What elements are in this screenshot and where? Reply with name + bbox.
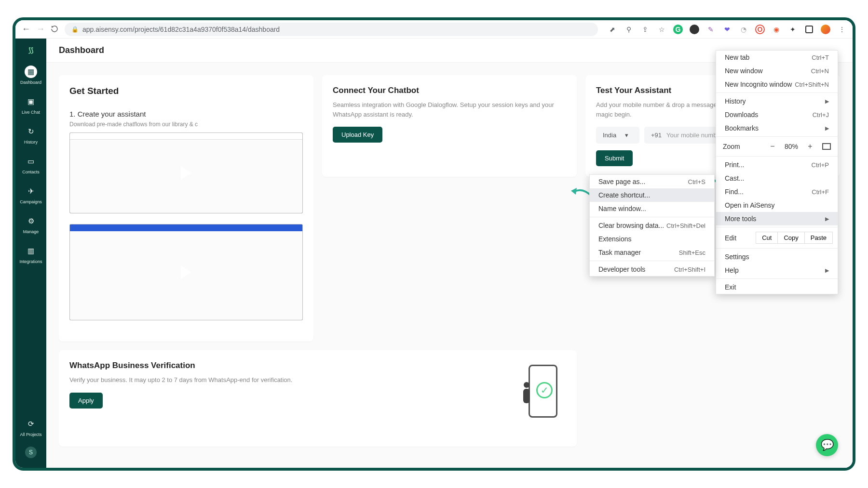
sidebar-item-livechat[interactable]: ▣ Live Chat	[17, 93, 44, 117]
sidebar-item-contacts[interactable]: ▭ Contacts	[17, 153, 44, 176]
edit-cut-button[interactable]: Cut	[756, 232, 778, 244]
mobile-placeholder: Your mobile number	[666, 132, 722, 139]
sidebar-item-manage[interactable]: ⚙ Manage	[17, 213, 44, 236]
sidebar-item-label: Manage	[23, 229, 39, 234]
chat-icon: ▣	[25, 95, 37, 108]
play-icon	[181, 166, 191, 180]
menu-help[interactable]: Help▶	[716, 264, 838, 277]
dashboard-icon: ▦	[25, 66, 37, 78]
chevron-down-icon: ▾	[625, 132, 628, 139]
url-text: app.aisensy.com/projects/61d82c31a4a9370…	[82, 26, 280, 33]
sidebar-item-label: Integrations	[19, 259, 42, 264]
card-desc: Seamless integration with Google Dialogf…	[333, 100, 566, 119]
ext-gray-icon[interactable]: ◔	[739, 25, 748, 34]
ext-opera-icon[interactable]: O	[755, 25, 765, 34]
browser-menu-button[interactable]: ⋮	[837, 25, 847, 34]
history-icon: ↻	[25, 125, 37, 138]
sidebar-item-allprojects[interactable]: ⟳ All Projects	[17, 416, 44, 439]
country-select[interactable]: India ▾	[596, 127, 639, 144]
zoom-in-button[interactable]: +	[805, 141, 815, 152]
reload-button[interactable]	[50, 25, 60, 34]
zoom-icon[interactable]: ⚲	[624, 25, 634, 34]
submit-button[interactable]: Submit	[596, 150, 633, 166]
submenu-save-page[interactable]: Save page as...Ctrl+S	[590, 175, 714, 188]
verification-card: WhatsApp Business Verification Verify yo…	[59, 350, 577, 447]
upload-key-button[interactable]: Upload Key	[333, 127, 382, 143]
address-bar[interactable]: 🔒 app.aisensy.com/projects/61d82c31a4a93…	[65, 23, 598, 36]
back-button[interactable]: ←	[21, 25, 31, 34]
forward-button[interactable]: →	[36, 25, 45, 34]
edit-paste-button[interactable]: Paste	[804, 232, 833, 244]
open-external-icon[interactable]: ⬈	[608, 25, 617, 34]
menu-bookmarks[interactable]: Bookmarks▶	[716, 121, 838, 135]
integrations-icon: ▥	[25, 245, 37, 257]
submenu-create-shortcut[interactable]: Create shortcut...	[590, 188, 714, 202]
zoom-out-button[interactable]: −	[767, 141, 778, 152]
submenu-extensions[interactable]: Extensions	[590, 232, 714, 246]
get-started-card: Get Started 1. Create your assistant Dow…	[59, 75, 313, 342]
ext-dark-icon[interactable]	[690, 25, 699, 34]
verification-illustration: ✓	[479, 361, 566, 428]
step-title: 1. Create your assistant	[69, 110, 303, 118]
profile-avatar[interactable]	[821, 25, 830, 34]
sidebar-item-label: All Projects	[20, 432, 41, 437]
submenu-dev-tools[interactable]: Developer toolsCtrl+Shift+I	[590, 263, 714, 276]
menu-more-tools[interactable]: More tools▶	[716, 212, 838, 225]
step-desc: Download pre-made chatflows from our lib…	[69, 121, 303, 128]
submenu-clear-data[interactable]: Clear browsing data...Ctrl+Shift+Del	[590, 219, 714, 232]
extensions-icon[interactable]: ✦	[788, 25, 798, 34]
sidebar-item-campaigns[interactable]: ✈ Campaigns	[17, 183, 44, 206]
submenu-task-manager[interactable]: Task managerShift+Esc	[590, 246, 714, 259]
browser-context-menu: New tabCtrl+T New windowCtrl+N New Incog…	[716, 50, 838, 294]
app-sidebar: ⟆⟆ ▦ Dashboard ▣ Live Chat ↻ History ▭ C…	[15, 39, 46, 468]
video-thumb-2[interactable]	[69, 224, 303, 320]
ext-brave-icon[interactable]: ◉	[772, 25, 781, 34]
sidebar-item-history[interactable]: ↻ History	[17, 123, 44, 146]
user-avatar[interactable]: S	[25, 447, 37, 458]
app-logo[interactable]: ⟆⟆	[24, 43, 38, 57]
country-value: India	[603, 132, 616, 139]
menu-cast[interactable]: Cast...	[716, 171, 838, 185]
apply-button[interactable]: Apply	[69, 393, 103, 409]
card-title: WhatsApp Business Verification	[69, 361, 292, 370]
more-tools-submenu: Save page as...Ctrl+S Create shortcut...…	[589, 174, 715, 277]
menu-find[interactable]: Find...Ctrl+F	[716, 185, 838, 198]
sidepanel-icon[interactable]	[804, 25, 814, 34]
edit-copy-button[interactable]: Copy	[777, 232, 804, 244]
play-icon	[181, 265, 191, 279]
submenu-name-window[interactable]: Name window...	[590, 202, 714, 215]
share-icon[interactable]: ⇪	[640, 25, 650, 34]
menu-edit: Edit Cut Copy Paste	[716, 229, 838, 247]
sidebar-item-integrations[interactable]: ▥ Integrations	[17, 243, 44, 266]
ext-grammarly-icon[interactable]: G	[673, 25, 683, 34]
sidebar-item-dashboard[interactable]: ▦ Dashboard	[17, 64, 44, 87]
card-title: Get Started	[69, 86, 303, 96]
gear-icon: ⚙	[25, 215, 37, 227]
menu-history[interactable]: History▶	[716, 94, 838, 108]
sidebar-item-label: Contacts	[22, 170, 40, 174]
sidebar-item-label: History	[24, 140, 38, 145]
menu-exit[interactable]: Exit	[716, 280, 838, 294]
ext-pen-icon[interactable]: ✎	[706, 25, 716, 34]
card-desc: Verify your business. It may upto 2 to 7…	[69, 375, 292, 385]
chat-fab[interactable]: 💬	[816, 434, 838, 456]
menu-downloads[interactable]: DownloadsCtrl+J	[716, 108, 838, 121]
star-icon[interactable]: ☆	[657, 25, 666, 34]
video-thumb-1[interactable]	[69, 132, 303, 213]
fullscreen-button[interactable]	[822, 143, 831, 150]
menu-new-window[interactable]: New windowCtrl+N	[716, 64, 838, 78]
ext-heart-icon[interactable]: ❤	[722, 25, 732, 34]
menu-settings[interactable]: Settings	[716, 250, 838, 264]
sidebar-item-label: Live Chat	[22, 110, 40, 115]
sidebar-item-label: Campaigns	[20, 199, 42, 204]
lock-icon: 🔒	[71, 26, 79, 33]
cycle-icon: ⟳	[25, 418, 37, 430]
menu-new-incognito[interactable]: New Incognito windowCtrl+Shift+N	[716, 78, 838, 91]
campaigns-icon: ✈	[25, 185, 37, 198]
contacts-icon: ▭	[25, 155, 37, 168]
menu-print[interactable]: Print...Ctrl+P	[716, 158, 838, 171]
zoom-value: 80%	[785, 143, 798, 150]
menu-new-tab[interactable]: New tabCtrl+T	[716, 51, 838, 64]
menu-open-in[interactable]: Open in AiSensy	[716, 198, 838, 212]
browser-toolbar: ← → 🔒 app.aisensy.com/projects/61d82c31a…	[15, 20, 853, 39]
